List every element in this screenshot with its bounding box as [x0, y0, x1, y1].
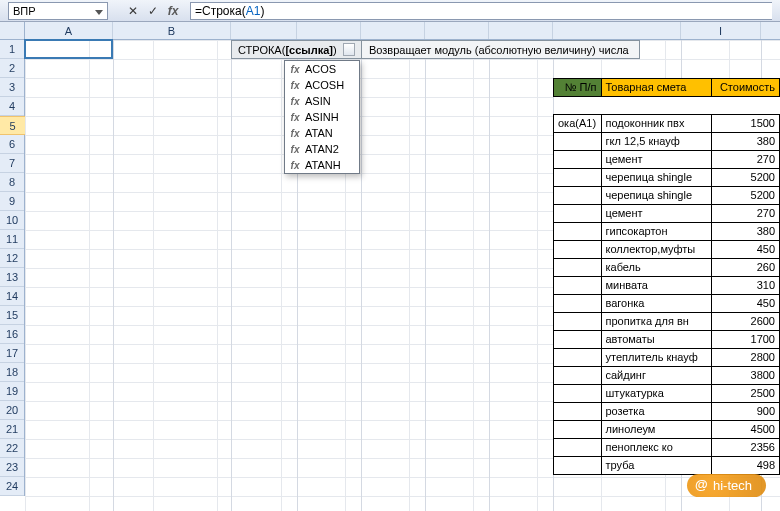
cell-cost[interactable]: 2800	[712, 349, 780, 367]
cell-cost[interactable]: 4500	[712, 421, 780, 439]
table-row[interactable]: черепица shingle5200	[554, 187, 780, 205]
col-header-C[interactable]	[231, 22, 297, 39]
select-all-corner[interactable]	[0, 22, 25, 39]
accept-icon[interactable]: ✓	[144, 2, 162, 20]
cell-cost[interactable]: 270	[712, 205, 780, 223]
formula-input[interactable]: =Строка(A1)	[190, 2, 772, 20]
cell-npp[interactable]	[554, 241, 602, 259]
cell-item[interactable]: пеноплекс ко	[601, 439, 712, 457]
cell-item[interactable]: линолеум	[601, 421, 712, 439]
cell-cost[interactable]: 260	[712, 259, 780, 277]
cell-cost[interactable]: 5200	[712, 169, 780, 187]
cell-cost[interactable]: 380	[712, 223, 780, 241]
table-row[interactable]: труба498	[554, 457, 780, 475]
row-header-1[interactable]: 1	[0, 40, 24, 59]
cell-npp[interactable]: ока(A1)	[554, 115, 602, 133]
cell-cost[interactable]: 2600	[712, 313, 780, 331]
table-row[interactable]: линолеум4500	[554, 421, 780, 439]
cell-npp[interactable]	[554, 403, 602, 421]
cell-npp[interactable]	[554, 295, 602, 313]
col-header-D[interactable]	[297, 22, 361, 39]
row-header-24[interactable]: 24	[0, 477, 24, 496]
table-row[interactable]: черепица shingle5200	[554, 169, 780, 187]
autocomplete-item[interactable]: ASIN	[285, 93, 359, 109]
cell-cost[interactable]: 900	[712, 403, 780, 421]
row-header-17[interactable]: 17	[0, 344, 24, 363]
name-box[interactable]: ВПР	[8, 2, 108, 20]
table-row[interactable]: штукатурка2500	[554, 385, 780, 403]
table-row[interactable]: пеноплекс ко2356	[554, 439, 780, 457]
autocomplete-item[interactable]: ACOS	[285, 61, 359, 77]
row-header-8[interactable]: 8	[0, 173, 24, 192]
cell-item[interactable]: минвата	[601, 277, 712, 295]
row-header-18[interactable]: 18	[0, 363, 24, 382]
col-header-H[interactable]	[553, 22, 681, 39]
row-header-21[interactable]: 21	[0, 420, 24, 439]
table-row[interactable]: коллектор,муфты450	[554, 241, 780, 259]
cell-npp[interactable]	[554, 169, 602, 187]
autocomplete-item[interactable]: ACOSH	[285, 77, 359, 93]
fx-icon[interactable]: fx	[164, 2, 182, 20]
row-header-20[interactable]: 20	[0, 401, 24, 420]
autocomplete-item[interactable]: ASINH	[285, 109, 359, 125]
cell-npp[interactable]	[554, 313, 602, 331]
cell-cost[interactable]: 1700	[712, 331, 780, 349]
row-header-16[interactable]: 16	[0, 325, 24, 344]
row-header-9[interactable]: 9	[0, 192, 24, 211]
cell-item[interactable]: штукатурка	[601, 385, 712, 403]
cells-area[interactable]: № П/п Товарная смета Стоимость ока(A1)по…	[25, 40, 780, 511]
col-header-I[interactable]: I	[681, 22, 761, 39]
cell-cost[interactable]: 498	[712, 457, 780, 475]
cell-npp[interactable]	[554, 457, 602, 475]
table-row[interactable]: цемент270	[554, 151, 780, 169]
header-npp[interactable]: № П/п	[554, 79, 602, 97]
table-row[interactable]: кабель260	[554, 259, 780, 277]
cell-item[interactable]: сайдинг	[601, 367, 712, 385]
table-row[interactable]: розетка900	[554, 403, 780, 421]
cell-item[interactable]: коллектор,муфты	[601, 241, 712, 259]
cell-npp[interactable]	[554, 277, 602, 295]
col-header-F[interactable]	[425, 22, 489, 39]
header-cost[interactable]: Стоимость	[712, 79, 780, 97]
chevron-down-icon[interactable]	[343, 43, 355, 56]
row-header-7[interactable]: 7	[0, 154, 24, 173]
cell-item[interactable]: цемент	[601, 151, 712, 169]
col-header-B[interactable]: B	[113, 22, 231, 39]
cell-item[interactable]: труба	[601, 457, 712, 475]
cell-cost[interactable]: 3800	[712, 367, 780, 385]
col-header-A[interactable]: A	[25, 22, 113, 39]
cell-item[interactable]: подоконник пвх	[601, 115, 712, 133]
row-header-6[interactable]: 6	[0, 135, 24, 154]
row-header-5-active[interactable]: 5	[0, 116, 25, 135]
cell-item[interactable]: розетка	[601, 403, 712, 421]
grid[interactable]: 12346789101112131415161718192021222324 №…	[0, 40, 780, 511]
table-row[interactable]: цемент270	[554, 205, 780, 223]
cell-npp[interactable]	[554, 421, 602, 439]
table-row[interactable]: утеплитель кнауф2800	[554, 349, 780, 367]
function-autocomplete[interactable]: ACOSACOSHASINASINHATANATAN2ATANH	[284, 60, 360, 174]
table-row[interactable]: минвата310	[554, 277, 780, 295]
cell-npp[interactable]	[554, 223, 602, 241]
row-header-12[interactable]: 12	[0, 249, 24, 268]
cell-item[interactable]: утеплитель кнауф	[601, 349, 712, 367]
col-header-E[interactable]	[361, 22, 425, 39]
table-row[interactable]: сайдинг3800	[554, 367, 780, 385]
table-row[interactable]: ока(A1)подоконник пвх1500	[554, 115, 780, 133]
table-row[interactable]: пропитка для вн2600	[554, 313, 780, 331]
cell-item[interactable]: автоматы	[601, 331, 712, 349]
row-header-3[interactable]: 3	[0, 78, 24, 97]
row-header-2[interactable]: 2	[0, 59, 24, 78]
row-header-4[interactable]: 4	[0, 97, 24, 116]
table-row[interactable]: гкл 12,5 кнауф380	[554, 133, 780, 151]
cell-npp[interactable]	[554, 331, 602, 349]
cell-item[interactable]: гкл 12,5 кнауф	[601, 133, 712, 151]
cell-npp[interactable]	[554, 439, 602, 457]
cell-npp[interactable]	[554, 259, 602, 277]
cell-item[interactable]: пропитка для вн	[601, 313, 712, 331]
cell-cost[interactable]: 5200	[712, 187, 780, 205]
cell-item[interactable]: гипсокартон	[601, 223, 712, 241]
autocomplete-item[interactable]: ATANH	[285, 157, 359, 173]
row-header-19[interactable]: 19	[0, 382, 24, 401]
table-row[interactable]: автоматы1700	[554, 331, 780, 349]
cell-npp[interactable]	[554, 367, 602, 385]
